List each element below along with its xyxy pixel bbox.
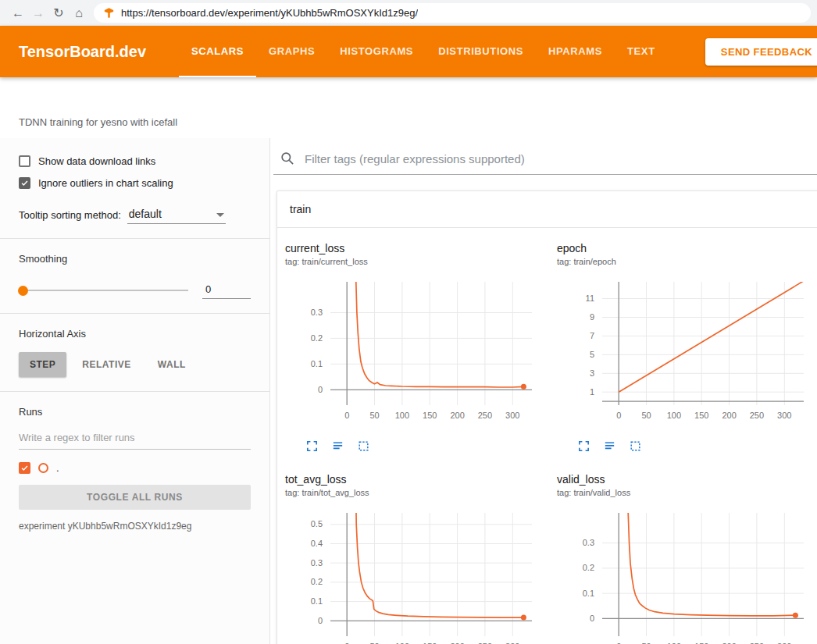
back-icon[interactable]: ← bbox=[8, 6, 28, 20]
run-name: . bbox=[56, 462, 59, 474]
svg-text:0: 0 bbox=[318, 385, 323, 394]
runs-list: . bbox=[19, 462, 251, 474]
axis-button-relative[interactable]: RELATIVE bbox=[71, 352, 141, 377]
home-icon[interactable]: ⌂ bbox=[69, 6, 89, 20]
experiment-caption: experiment yKUbhb5wRmOSXYkId1z9eg bbox=[19, 521, 251, 532]
chart-plot[interactable]: 00.10.20.30.40.5050100150200250300 bbox=[285, 507, 543, 644]
svg-text:0.2: 0.2 bbox=[311, 333, 323, 343]
ignore-outliers-row[interactable]: Ignore outliers in chart scaling bbox=[19, 177, 251, 189]
svg-text:1: 1 bbox=[590, 387, 594, 397]
train-group-header[interactable]: train bbox=[277, 191, 817, 228]
chart-plot[interactable]: 1357911050100150200250300 bbox=[557, 276, 815, 433]
svg-text:0: 0 bbox=[616, 411, 621, 420]
svg-text:300: 300 bbox=[505, 411, 519, 420]
reload-icon[interactable]: ↻ bbox=[48, 5, 69, 20]
svg-text:200: 200 bbox=[450, 411, 464, 420]
smoothing-label: Smoothing bbox=[19, 253, 251, 265]
tensorboard-favicon bbox=[103, 7, 115, 19]
chart-title: valid_loss bbox=[557, 473, 817, 486]
tooltip-sorting-select[interactable]: default bbox=[127, 206, 226, 224]
chart-plot-container: 00.10.20.3050100150200250300 bbox=[557, 507, 817, 644]
show-download-links-row[interactable]: Show data download links bbox=[19, 155, 251, 167]
tab-text[interactable]: TEXT bbox=[615, 26, 668, 77]
chart-title: tot_avg_loss bbox=[285, 473, 551, 486]
chevron-down-icon bbox=[216, 213, 224, 217]
show-download-checkbox[interactable] bbox=[19, 155, 30, 167]
svg-text:300: 300 bbox=[777, 411, 791, 420]
svg-text:0: 0 bbox=[344, 411, 349, 420]
svg-text:100: 100 bbox=[395, 411, 409, 420]
tab-distributions[interactable]: DISTRIBUTIONS bbox=[426, 26, 536, 77]
send-feedback-button[interactable]: SEND FEEDBACK bbox=[705, 38, 817, 66]
svg-text:150: 150 bbox=[423, 411, 437, 420]
svg-text:100: 100 bbox=[667, 411, 681, 420]
tooltip-sorting-label: Tooltip sorting method: bbox=[19, 209, 121, 221]
log-scale-toggle-icon[interactable] bbox=[603, 439, 616, 453]
run-color-indicator-icon bbox=[38, 463, 48, 473]
divider bbox=[0, 313, 269, 314]
chart-tot_avg_loss: tot_avg_losstag: train/tot_avg_loss00.10… bbox=[285, 473, 551, 644]
chart-valid_loss: valid_losstag: train/valid_loss00.10.20.… bbox=[557, 473, 817, 644]
smoothing-slider[interactable] bbox=[19, 290, 188, 291]
train-card: train current_losstag: train/current_los… bbox=[276, 190, 817, 644]
chart-plot[interactable]: 00.10.20.3050100150200250300 bbox=[285, 276, 543, 433]
svg-text:0.1: 0.1 bbox=[311, 359, 323, 368]
filter-tags-row bbox=[273, 146, 817, 175]
main-content: train current_losstag: train/current_los… bbox=[270, 138, 817, 644]
chart-plot[interactable]: 00.10.20.3050100150200250300 bbox=[557, 507, 815, 644]
chart-toolbar bbox=[557, 439, 817, 453]
url-text: https://tensorboard.dev/experiment/yKUbh… bbox=[121, 7, 418, 19]
ignore-outliers-label: Ignore outliers in chart scaling bbox=[38, 177, 173, 189]
chart-tag: tag: train/epoch bbox=[557, 257, 817, 266]
forward-icon[interactable]: → bbox=[28, 6, 48, 20]
svg-text:9: 9 bbox=[590, 312, 594, 322]
address-bar[interactable]: https://tensorboard.dev/experiment/yKUbh… bbox=[94, 3, 811, 23]
tab-histograms[interactable]: HISTOGRAMS bbox=[327, 26, 426, 77]
tooltip-sorting-value: default bbox=[129, 208, 162, 220]
chart-plot-container: 00.10.20.30.40.5050100150200250300 bbox=[285, 507, 551, 644]
expand-chart-icon[interactable] bbox=[577, 439, 590, 453]
runs-label: Runs bbox=[19, 406, 251, 418]
chart-plot-container: 1357911050100150200250300 bbox=[557, 276, 817, 436]
chart-current_loss: current_losstag: train/current_loss00.10… bbox=[285, 242, 551, 453]
experiment-title-bar: TDNN training for yesno with icefall bbox=[0, 77, 817, 138]
tab-graphs[interactable]: GRAPHS bbox=[256, 26, 327, 77]
svg-text:0.4: 0.4 bbox=[311, 539, 323, 548]
expand-chart-icon[interactable] bbox=[305, 439, 319, 453]
ignore-outliers-checkbox[interactable] bbox=[19, 177, 30, 189]
chart-title: epoch bbox=[557, 242, 817, 254]
chart-toolbar bbox=[285, 439, 551, 453]
chart-tag: tag: train/current_loss bbox=[285, 257, 551, 266]
svg-text:50: 50 bbox=[369, 411, 379, 420]
smoothing-value-input[interactable]: 0 bbox=[202, 282, 251, 299]
svg-text:50: 50 bbox=[641, 411, 651, 420]
app-logo[interactable]: TensorBoard.dev bbox=[19, 43, 146, 61]
svg-text:200: 200 bbox=[722, 411, 736, 420]
filter-tags-input[interactable] bbox=[303, 151, 811, 166]
toggle-all-runs-button[interactable]: TOGGLE ALL RUNS bbox=[19, 485, 251, 510]
app-header: TensorBoard.dev SCALARSGRAPHSHISTOGRAMSD… bbox=[0, 26, 817, 77]
fit-domain-icon[interactable] bbox=[357, 439, 370, 453]
browser-toolbar: ← → ↻ ⌂ https://tensorboard.dev/experime… bbox=[0, 0, 817, 26]
svg-text:250: 250 bbox=[750, 411, 764, 420]
fit-domain-icon[interactable] bbox=[629, 439, 642, 453]
log-scale-toggle-icon[interactable] bbox=[331, 439, 344, 453]
tab-hparams[interactable]: HPARAMS bbox=[536, 26, 615, 77]
chart-plot-container: 00.10.20.3050100150200250300 bbox=[285, 276, 551, 436]
experiment-title: TDNN training for yesno with icefall bbox=[19, 116, 177, 128]
divider bbox=[0, 238, 269, 239]
search-icon bbox=[280, 151, 295, 166]
runs-regex-input[interactable] bbox=[19, 429, 251, 450]
tab-scalars[interactable]: SCALARS bbox=[179, 26, 256, 77]
axis-button-step[interactable]: STEP bbox=[19, 352, 66, 377]
horizontal-axis-label: Horizontal Axis bbox=[19, 328, 251, 340]
slider-thumb[interactable] bbox=[18, 286, 28, 296]
sidebar: Show data download links Ignore outliers… bbox=[0, 138, 270, 644]
svg-text:0.5: 0.5 bbox=[311, 519, 323, 528]
axis-button-wall[interactable]: WALL bbox=[147, 352, 197, 377]
chart-tag: tag: train/tot_avg_loss bbox=[285, 488, 551, 497]
svg-text:0.3: 0.3 bbox=[311, 308, 323, 317]
run-checkbox[interactable] bbox=[19, 462, 30, 474]
svg-text:0: 0 bbox=[590, 614, 594, 623]
header-tabs: SCALARSGRAPHSHISTOGRAMSDISTRIBUTIONSHPAR… bbox=[179, 26, 668, 77]
